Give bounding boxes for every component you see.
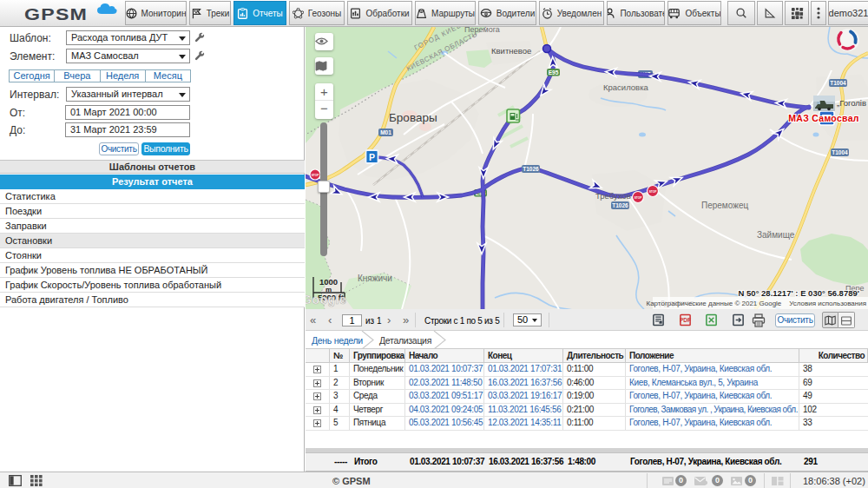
svg-text:Т1026: Т1026 bbox=[612, 202, 628, 208]
svg-text:Т1004: Т1004 bbox=[832, 149, 848, 155]
svg-text:N 50° 28.1217' : E 030° 56.878: N 50° 28.1217' : E 030° 56.8789' bbox=[739, 288, 859, 298]
svg-text:Требухов: Требухов bbox=[595, 191, 631, 201]
svg-text:PDF: PDF bbox=[680, 317, 691, 323]
svg-text:Google: Google bbox=[306, 293, 346, 307]
svg-text:„Гоголів: „Гоголів bbox=[837, 98, 866, 108]
svg-text:Княжичи: Княжичи bbox=[358, 274, 392, 283]
svg-text:Переможец: Переможец bbox=[701, 201, 748, 210]
svg-text:МАЗ Самосвал: МАЗ Самосвал bbox=[788, 113, 859, 123]
svg-text:М01: М01 bbox=[380, 129, 391, 135]
svg-text:STOP: STOP bbox=[312, 174, 319, 177]
svg-text:STOP: STOP bbox=[635, 196, 642, 200]
svg-text:Т1026: Т1026 bbox=[523, 166, 539, 172]
svg-text:P: P bbox=[369, 152, 375, 162]
svg-text:Займище: Займище bbox=[757, 230, 795, 240]
svg-text:Т1004: Т1004 bbox=[830, 80, 846, 86]
svg-text:Картографические данные © 2021: Картографические данные © 2021 Google Ус… bbox=[646, 300, 866, 307]
svg-text:Красиловка: Красиловка bbox=[603, 82, 649, 92]
svg-text:Квитневое: Квитневое bbox=[491, 46, 531, 56]
svg-text:Бровары: Бровары bbox=[389, 111, 437, 124]
svg-text:Е95: Е95 bbox=[549, 69, 559, 76]
svg-text:STOP: STOP bbox=[649, 190, 657, 194]
